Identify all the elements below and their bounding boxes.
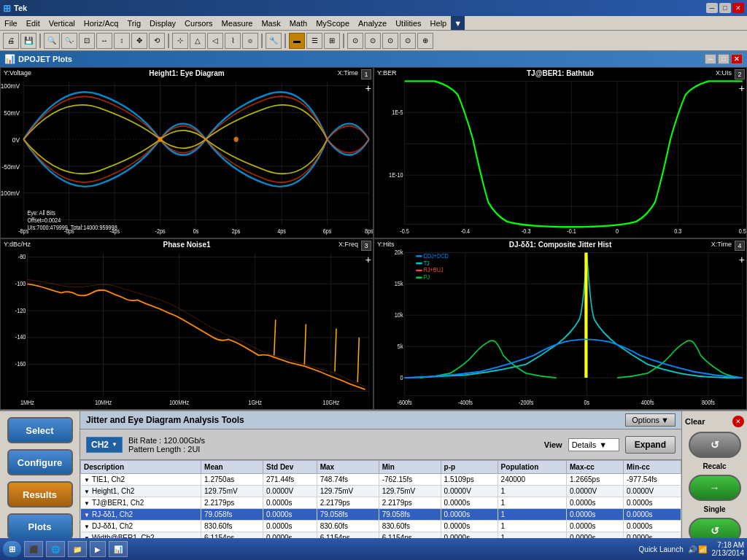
col-mincc[interactable]: Min-cc [624,461,681,474]
menu-help[interactable]: Help [426,16,452,30]
single-icon: → [710,482,720,494]
plots-button[interactable]: Plots [7,513,73,540]
plot4-num: 4 [735,241,745,251]
toolbar-grid-btn[interactable]: ⊞ [324,33,340,49]
toolbar-print-btn[interactable]: 🖨 [3,33,19,49]
svg-text:0: 0 [616,228,619,235]
plot1-title: Height1: Eye Diagram [149,69,224,77]
table-row[interactable]: ▼RJ-δδ1, Ch2 79.058fs 0.0000s 79.058fs 7… [81,509,681,521]
plot3-x-label: X:Freq [338,241,358,248]
menu-cursors[interactable]: Cursors [180,16,217,30]
toolbar-trigger-btn[interactable]: ⊙ [347,33,363,49]
col-pp[interactable]: p-p [441,461,498,474]
taskbar-explorer[interactable]: 📁 [68,541,87,557]
toolbar-btn9[interactable]: ◁ [207,33,223,49]
toolbar-btn6[interactable]: ✥ [131,33,147,49]
view-select[interactable]: Details ▼ [568,438,619,451]
configure-button[interactable]: Configure [7,449,73,475]
toolbar-zoom-in-btn[interactable]: 🔍 [44,33,60,49]
col-maxcc[interactable]: Max-cc [567,461,624,474]
menu-file[interactable]: File [0,16,22,30]
toolbar-btn5[interactable]: ↕ [114,33,130,49]
col-mean[interactable]: Mean [201,461,263,474]
start-button[interactable]: ⊞ [3,541,21,557]
os-close-button[interactable]: ✕ [732,3,744,13]
col-min[interactable]: Min [379,461,441,474]
results-button[interactable]: Results [7,481,73,508]
options-button[interactable]: Options ▼ [625,413,676,427]
select-button[interactable]: Select [7,417,73,443]
toolbar-measure-btn[interactable]: △ [190,33,206,49]
toolbar-menu-btn[interactable]: ☰ [306,33,322,49]
close-x-btn[interactable]: ✕ [732,416,744,427]
menu-horiz-acq[interactable]: Horiz/Acq [80,16,123,30]
col-description[interactable]: Description [81,461,201,474]
col-max[interactable]: Max [317,461,379,474]
toolbar-btn11[interactable]: ⌾ [242,33,258,49]
toolbar-btn7[interactable]: ⟲ [149,33,165,49]
plot2-plus[interactable]: + [739,82,745,94]
toolbar-btn10[interactable]: ⌇ [225,33,241,49]
plot3-num: 3 [361,241,371,251]
svg-text:0.5: 0.5 [739,228,746,235]
plot1-plus[interactable]: + [365,82,371,94]
dpojet-icon: 📊 [4,54,15,64]
os-logo: ⊞ [3,3,11,14]
menu-edit[interactable]: Edit [22,16,44,30]
menu-display[interactable]: Display [145,16,180,30]
menu-mask[interactable]: Mask [257,16,285,30]
plot-bathtub: Y:BER TJ@BER1: Bathtub X:UIs 2 + 1E-5 1E… [374,67,747,238]
menu-measure[interactable]: Measure [217,16,258,30]
table-row[interactable]: ▼TIE1, Ch2 1.2750as 271.44fs 748.74fs -7… [81,474,681,486]
single-button[interactable]: → [689,475,741,501]
taskbar-ie[interactable]: 🌐 [46,541,65,557]
table-row[interactable]: ▼DJ-δδ1, Ch2 830.60fs 0.0000s 830.60fs 8… [81,521,681,532]
menu-analyze[interactable]: Analyze [354,16,391,30]
toolbar-analyze-btn[interactable]: 🔧 [266,33,282,49]
expand-button[interactable]: Expand [625,436,676,454]
taskbar-tek[interactable]: 📊 [109,541,128,557]
toolbar-wfm-btn[interactable]: ▬ [289,33,305,49]
dpojet-maximize-btn[interactable]: □ [718,54,729,64]
svg-text:15k: 15k [395,280,403,287]
cmd-icon: ⬛ [29,545,38,553]
menu-vertical[interactable]: Vertical [44,16,80,30]
expand-icon: ▼ [84,524,90,530]
svg-text:UIs:7000:479999, Total:14000:9: UIs:7000:479999, Total:14000:959998 [27,224,117,231]
col-population[interactable]: Population [498,461,566,474]
toolbar-cursor-btn[interactable]: ⊹ [172,33,188,49]
channel-arrow: ▼ [112,441,117,448]
toolbar-save-btn[interactable]: 💾 [20,33,36,49]
toolbar-zoom-out-btn[interactable]: 🔍- [61,33,77,49]
toolbar-trig3-btn[interactable]: ⊙ [382,33,398,49]
toolbar-trig2-btn[interactable]: ⊙ [365,33,381,49]
toolbar-zoom-fit-btn[interactable]: ⊡ [79,33,95,49]
channel-select[interactable]: CH2 ▼ [86,437,123,453]
menu-more-arrow[interactable]: ▼ [451,16,465,30]
menu-math[interactable]: Math [285,16,311,30]
menu-utilities[interactable]: Utilities [391,16,425,30]
toolbar-trig4-btn[interactable]: ⊙ [400,33,416,49]
dpojet-minimize-btn[interactable]: ─ [705,54,716,64]
table-row[interactable]: ▼TJ@BER1, Ch2 2.2179ps 0.0000s 2.2179ps … [81,497,681,509]
taskbar-cmd[interactable]: ⬛ [24,541,43,557]
plot3-plus[interactable]: + [365,254,371,265]
col-stddev[interactable]: Std Dev [263,461,317,474]
os-minimize-button[interactable]: ─ [706,3,718,13]
svg-text:50mV: 50mV [4,109,20,117]
toolbar-marker-btn[interactable]: ⊕ [417,33,433,49]
dpojet-titlebar: 📊 DPOJET Plots ─ □ ✕ [0,51,747,67]
plot4-plus[interactable]: + [739,254,745,265]
os-maximize-button[interactable]: □ [719,3,731,13]
dpojet-close-btn[interactable]: ✕ [731,54,743,64]
menu-trig[interactable]: Trig [123,16,145,30]
table-row[interactable]: ▼Height1, Ch2 129.75mV 0.0000V 129.75mV … [81,486,681,497]
menu-myscope[interactable]: MyScope [311,16,354,30]
menubar: File Edit Vertical Horiz/Acq Trig Displa… [0,16,747,31]
toolbar-btn4[interactable]: ↔ [96,33,112,49]
system-tray: 🔊 📶 [688,545,708,553]
quick-launch-label: Quick Launch [639,545,684,553]
taskbar-media[interactable]: ▶ [90,541,106,557]
recalc-label: Recalc [703,462,726,470]
recalc-button[interactable]: ↺ [689,432,741,458]
